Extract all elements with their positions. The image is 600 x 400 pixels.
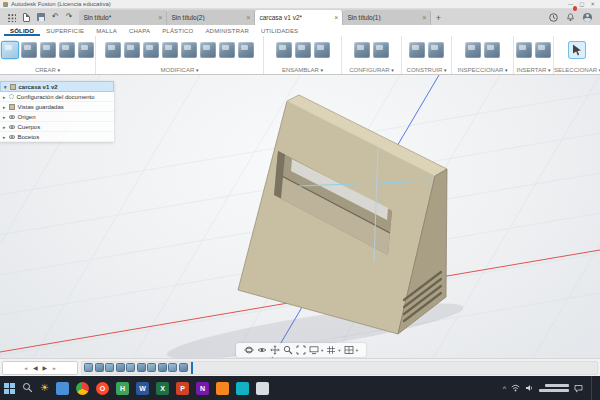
tool-icon[interactable] [59, 42, 75, 58]
group-label-crear[interactable]: CREAR ▾ [0, 67, 95, 74]
timeline-feature-icon[interactable] [137, 363, 146, 372]
taskbar-app-fusion-360[interactable] [216, 382, 229, 395]
tool-icon[interactable] [373, 42, 389, 58]
new-tab-button[interactable]: + [431, 10, 445, 25]
taskbar-app-media[interactable] [236, 382, 249, 395]
ribbon-tab-utilidades[interactable]: UTILIDADES [255, 25, 304, 36]
chevron-right-icon[interactable]: ▸ [3, 114, 6, 120]
undo-icon[interactable]: ↶ [52, 13, 59, 21]
taskbar-app-onenote[interactable]: N [196, 382, 209, 395]
close-tab-icon[interactable]: × [246, 14, 250, 21]
search-icon[interactable] [22, 379, 33, 397]
ribbon-tab-plastico[interactable]: PLÁSTICO [156, 25, 199, 36]
timeline-feature-icon[interactable] [105, 363, 114, 372]
maximize-button[interactable]: ▢ [579, 1, 584, 7]
clock[interactable] [539, 384, 569, 392]
3d-model-body[interactable] [238, 95, 447, 334]
tool-icon[interactable] [143, 42, 159, 58]
tool-icon[interactable] [124, 42, 140, 58]
timeline-feature-icon[interactable] [126, 363, 135, 372]
chevron-right-icon[interactable]: ▸ [3, 104, 6, 110]
tool-icon[interactable] [295, 42, 311, 58]
tool-icon[interactable] [219, 42, 235, 58]
close-tab-icon[interactable]: × [158, 14, 162, 21]
display-settings-icon[interactable] [309, 345, 319, 355]
document-tab[interactable]: Sin título* × [79, 10, 167, 25]
timeline-feature-icon[interactable] [95, 363, 104, 372]
timeline-step-back-button[interactable]: ◀ [33, 364, 38, 371]
close-button[interactable]: ✕ [590, 1, 595, 7]
ribbon-tab-chapa[interactable]: CHAPA [123, 25, 156, 36]
chevron-right-icon[interactable]: ▸ [3, 134, 6, 140]
taskbar-app-powerpoint[interactable]: P [176, 382, 189, 395]
select-cursor-icon[interactable] [569, 42, 585, 58]
document-tab[interactable]: Sin título(1) × [343, 10, 431, 25]
tool-icon[interactable] [516, 42, 532, 58]
document-tab-active[interactable]: carcasa v1 v2* × [255, 10, 343, 25]
timeline-feature-icon[interactable] [168, 363, 177, 372]
taskbar-app-generic[interactable] [256, 382, 269, 395]
wifi-icon[interactable] [511, 384, 520, 392]
save-icon[interactable] [37, 13, 45, 21]
grid-snap-icon[interactable] [326, 345, 336, 355]
tool-icon[interactable] [535, 42, 551, 58]
pan-icon[interactable] [270, 345, 280, 355]
look-at-icon[interactable] [257, 345, 267, 355]
tool-icon[interactable] [2, 42, 18, 58]
taskbar-app-file-explorer[interactable] [56, 382, 69, 395]
chevron-down-icon[interactable]: ▾ [356, 348, 358, 353]
ribbon-tab-solido[interactable]: SÓLIDO [4, 25, 40, 36]
timeline-playhead[interactable] [191, 361, 193, 375]
browser-root-node[interactable]: ▾ carcasa v1 v2 [0, 81, 114, 92]
tool-icon[interactable] [428, 42, 444, 58]
browser-item-origin[interactable]: ▸ Origen [0, 112, 114, 122]
viewports-icon[interactable] [344, 345, 354, 355]
chevron-down-icon[interactable]: ▾ [338, 348, 340, 353]
group-label-seleccionar[interactable]: SELECCIONAR ▾ [554, 67, 600, 74]
chevron-down-icon[interactable]: ▾ [321, 348, 323, 353]
notifications-bell-icon[interactable] [566, 8, 575, 26]
visibility-eye-icon[interactable] [9, 115, 15, 119]
document-tab[interactable]: Sin título(2) × [167, 10, 255, 25]
group-label-ensamblar[interactable]: ENSAMBLAR ▾ [264, 67, 341, 74]
timeline-go-end-button[interactable]: » [52, 365, 55, 371]
visibility-eye-icon[interactable] [9, 125, 15, 129]
close-tab-icon[interactable]: × [334, 14, 338, 21]
start-button[interactable] [4, 383, 15, 394]
tool-icon[interactable] [78, 42, 94, 58]
taskbar-app-handbrake[interactable]: H [116, 382, 129, 395]
tool-icon[interactable] [162, 42, 178, 58]
zoom-icon[interactable] [283, 345, 293, 355]
timeline-feature-icon[interactable] [158, 363, 167, 372]
tool-icon[interactable] [409, 42, 425, 58]
taskbar-app-chrome[interactable] [76, 382, 89, 395]
ribbon-tab-superficie[interactable]: SUPERFICIE [40, 25, 90, 36]
timeline-feature-icon[interactable] [147, 363, 156, 372]
taskbar-app-opera[interactable]: O [96, 382, 109, 395]
job-status-icon[interactable] [549, 8, 558, 26]
weather-widget-icon[interactable]: ☀ [40, 383, 49, 393]
show-desktop-button[interactable] [591, 376, 594, 400]
browser-item-document-settings[interactable]: ▸ Configuración del documento [0, 92, 114, 102]
tool-icon[interactable] [354, 42, 370, 58]
timeline-go-start-button[interactable]: « [25, 365, 28, 371]
user-avatar[interactable] [583, 13, 592, 22]
volume-icon[interactable] [525, 384, 534, 392]
tool-icon[interactable] [276, 42, 292, 58]
file-menu-icon[interactable] [23, 13, 30, 22]
browser-item-named-views[interactable]: ▸ Vistas guardadas [0, 102, 114, 112]
chevron-down-icon[interactable]: ▾ [4, 84, 7, 90]
data-panel-toggle-icon[interactable] [7, 13, 16, 22]
taskbar-app-word[interactable]: W [136, 382, 149, 395]
tool-icon[interactable] [200, 42, 216, 58]
chevron-right-icon[interactable]: ▸ [3, 124, 6, 130]
ribbon-tab-malla[interactable]: MALLA [90, 25, 123, 36]
redo-icon[interactable]: ↷ [66, 13, 73, 21]
visibility-eye-icon[interactable] [9, 135, 15, 139]
timeline-feature-icon[interactable] [179, 363, 188, 372]
notification-center-icon[interactable] [574, 384, 583, 393]
timeline-play-button[interactable]: ▶ [43, 364, 48, 371]
tool-icon[interactable] [181, 42, 197, 58]
3d-viewport[interactable]: ▾ carcasa v1 v2 ▸ Configuración del docu… [0, 75, 600, 358]
close-tab-icon[interactable]: × [422, 14, 426, 21]
